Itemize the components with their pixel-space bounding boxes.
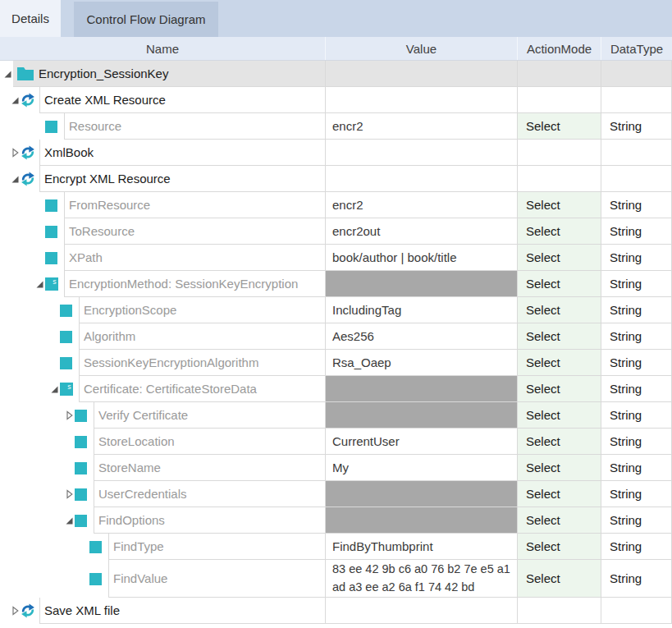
value-cell[interactable] xyxy=(325,166,517,192)
value-cell[interactable] xyxy=(325,376,517,402)
action-mode-cell[interactable]: Select xyxy=(517,113,601,140)
expander-expanded-icon[interactable] xyxy=(2,61,13,87)
value-cell[interactable]: IncludingTag xyxy=(325,297,517,323)
action-mode-cell[interactable]: Select xyxy=(517,429,601,455)
data-type-text: String xyxy=(610,539,642,553)
expander-collapsed-icon[interactable] xyxy=(9,140,21,166)
value-cell[interactable]: Aes256 xyxy=(325,323,517,350)
value-cell[interactable] xyxy=(325,598,517,624)
data-type-cell[interactable]: String xyxy=(601,534,672,560)
data-type-cell[interactable]: String xyxy=(601,297,672,323)
expander-expanded-icon[interactable] xyxy=(9,166,21,192)
table-row[interactable]: Encrypt XML Resource xyxy=(0,166,672,192)
table-row[interactable]: FromResource encr2 Select String xyxy=(0,192,672,218)
action-mode-cell[interactable]: Select xyxy=(517,192,601,218)
table-row[interactable]: Verify Certificate Select String xyxy=(0,402,672,429)
table-row[interactable]: Encryption_SessionKey xyxy=(0,61,672,87)
action-mode-cell[interactable]: Select xyxy=(517,271,601,297)
action-mode-text: Select xyxy=(526,382,560,396)
data-type-cell[interactable]: String xyxy=(601,402,672,429)
value-cell[interactable]: 83 ee 42 9b c6 a0 76 b2 7e e5 a1 ad a3 e… xyxy=(325,560,517,598)
name-cell: XmlBook xyxy=(0,140,325,166)
property-icon xyxy=(75,455,91,481)
value-cell[interactable]: encr2 xyxy=(325,113,517,140)
value-cell[interactable] xyxy=(325,140,517,166)
value-cell[interactable] xyxy=(325,61,517,87)
action-mode-cell[interactable]: Select xyxy=(517,376,601,402)
value-cell[interactable]: FindByThumbprint xyxy=(325,534,517,560)
struct-icon: s xyxy=(60,376,76,402)
value-cell[interactable] xyxy=(325,271,517,297)
expander-expanded-icon[interactable] xyxy=(34,271,45,297)
table-row[interactable]: s Certificate: CertificateStoreData Sele… xyxy=(0,376,672,402)
value-cell[interactable]: CurrentUser xyxy=(325,429,517,455)
action-mode-cell[interactable]: Select xyxy=(517,323,601,350)
data-type-cell[interactable]: String xyxy=(601,192,672,218)
value-cell[interactable] xyxy=(325,402,517,429)
value-cell[interactable]: encr2out xyxy=(325,218,517,245)
data-type-cell[interactable]: String xyxy=(601,429,672,455)
expander-expanded-icon[interactable] xyxy=(63,507,75,534)
table-row[interactable]: FindValue 83 ee 42 9b c6 a0 76 b2 7e e5 … xyxy=(0,560,672,598)
expander-collapsed-icon[interactable] xyxy=(9,598,21,624)
data-type-text: String xyxy=(610,329,642,343)
data-type-cell[interactable]: String xyxy=(601,218,672,245)
table-row[interactable]: FindType FindByThumbprint Select String xyxy=(0,534,672,560)
value-cell[interactable] xyxy=(325,481,517,507)
action-mode-cell[interactable]: Select xyxy=(517,402,601,429)
data-type-cell[interactable]: String xyxy=(601,560,672,598)
column-header-actionmode[interactable]: ActionMode xyxy=(517,37,601,60)
table-row[interactable]: StoreLocation CurrentUser Select String xyxy=(0,429,672,455)
column-header-datatype[interactable]: DataType xyxy=(601,37,672,60)
data-type-cell[interactable]: String xyxy=(601,113,672,140)
action-mode-cell[interactable]: Select xyxy=(517,350,601,376)
action-mode-cell[interactable]: Select xyxy=(517,218,601,245)
table-row[interactable]: Algorithm Aes256 Select String xyxy=(0,323,672,350)
table-row[interactable]: StoreName My Select String xyxy=(0,455,672,481)
value-cell[interactable] xyxy=(325,87,517,113)
data-type-cell[interactable]: String xyxy=(601,507,672,534)
column-header-name[interactable]: Name xyxy=(0,37,325,60)
folder-icon xyxy=(17,67,34,80)
expander-collapsed-icon[interactable] xyxy=(63,481,75,507)
value-cell[interactable]: encr2 xyxy=(325,192,517,218)
action-mode-cell[interactable]: Select xyxy=(517,455,601,481)
table-row[interactable]: UserCredentials Select String xyxy=(0,481,672,507)
table-row[interactable]: Save XML file xyxy=(0,598,672,624)
expander-icon xyxy=(34,113,45,140)
value-cell[interactable]: Rsa_Oaep xyxy=(325,350,517,376)
value-cell[interactable]: My xyxy=(325,455,517,481)
action-mode-cell[interactable]: Select xyxy=(517,481,601,507)
value-cell[interactable] xyxy=(325,507,517,534)
data-type-cell[interactable]: String xyxy=(601,323,672,350)
data-type-cell[interactable]: String xyxy=(601,455,672,481)
action-mode-cell[interactable]: Select xyxy=(517,297,601,323)
data-type-cell[interactable]: String xyxy=(601,271,672,297)
data-type-cell[interactable]: String xyxy=(601,245,672,271)
expander-expanded-icon[interactable] xyxy=(48,376,60,402)
table-row[interactable]: Create XML Resource xyxy=(0,87,672,113)
table-row[interactable]: Resource encr2 Select String xyxy=(0,113,672,140)
tab-control-flow-diagram[interactable]: Control Flow Diagram xyxy=(74,2,218,37)
expander-collapsed-icon[interactable] xyxy=(63,402,75,429)
table-row[interactable]: SessionKeyEncryptionAlgorithm Rsa_Oaep S… xyxy=(0,350,672,376)
table-row[interactable]: FindOptions Select String xyxy=(0,507,672,534)
action-mode-cell[interactable]: Select xyxy=(517,534,601,560)
table-row[interactable]: XPath book/author | book/title Select St… xyxy=(0,245,672,271)
data-type-text: String xyxy=(610,198,642,212)
table-row[interactable]: EncryptionScope IncludingTag Select Stri… xyxy=(0,297,672,323)
expander-expanded-icon[interactable] xyxy=(9,87,21,113)
action-mode-cell[interactable]: Select xyxy=(517,507,601,534)
action-mode-cell[interactable]: Select xyxy=(517,245,601,271)
data-type-cell[interactable]: String xyxy=(601,376,672,402)
table-row[interactable]: ToResource encr2out Select String xyxy=(0,218,672,245)
tab-details[interactable]: Details xyxy=(0,0,61,37)
column-header-value[interactable]: Value xyxy=(325,37,517,60)
action-mode-cell[interactable]: Select xyxy=(517,560,601,598)
row-name-label: XmlBook xyxy=(44,145,94,159)
table-row[interactable]: XmlBook xyxy=(0,140,672,166)
data-type-cell[interactable]: String xyxy=(601,350,672,376)
value-cell[interactable]: book/author | book/title xyxy=(325,245,517,271)
table-row[interactable]: s EncryptionMethod: SessionKeyEncryption… xyxy=(0,271,672,297)
data-type-cell[interactable]: String xyxy=(601,481,672,507)
